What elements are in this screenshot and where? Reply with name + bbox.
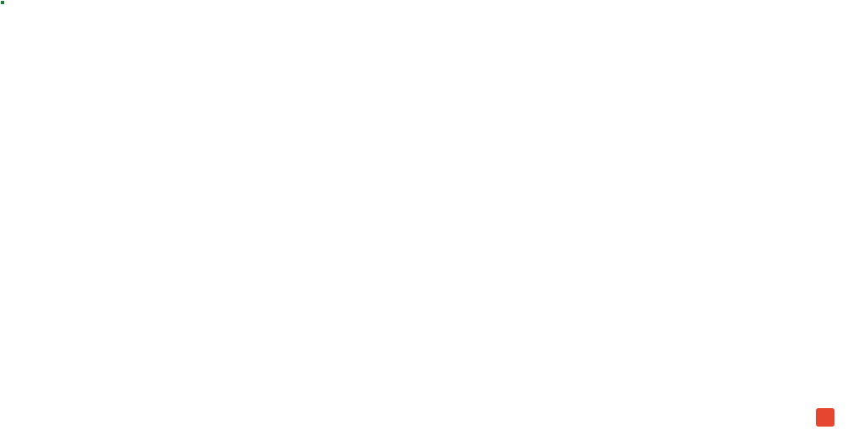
watermark (816, 408, 845, 427)
fill-handle[interactable] (0, 0, 5, 5)
watermark-logo (816, 408, 834, 427)
